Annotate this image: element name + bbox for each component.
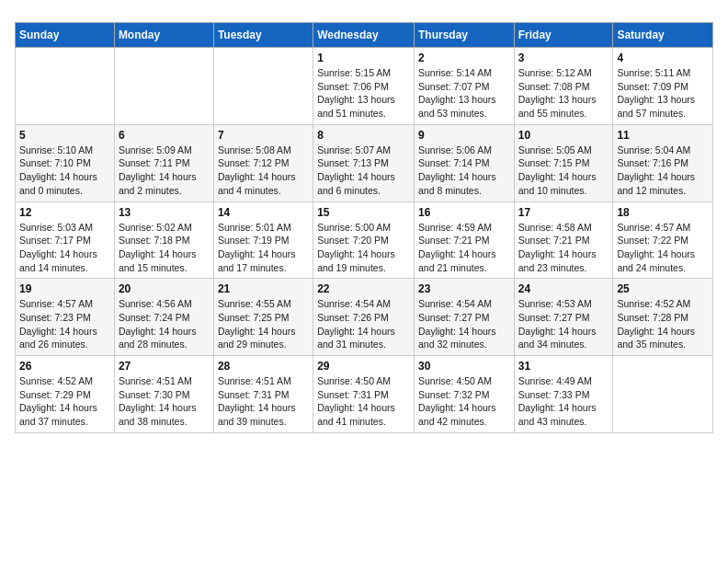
- day-number: 28: [218, 360, 309, 373]
- calendar-cell: 10Sunrise: 5:05 AM Sunset: 7:15 PM Dayli…: [514, 124, 613, 201]
- day-number: 11: [617, 129, 709, 142]
- day-number: 14: [218, 206, 309, 219]
- day-number: 17: [518, 206, 609, 219]
- calendar-cell: 28Sunrise: 4:51 AM Sunset: 7:31 PM Dayli…: [213, 356, 313, 433]
- calendar-cell: 21Sunrise: 4:55 AM Sunset: 7:25 PM Dayli…: [213, 279, 313, 356]
- calendar-cell: 25Sunrise: 4:52 AM Sunset: 7:28 PM Dayli…: [613, 279, 713, 356]
- day-detail: Sunrise: 4:52 AM Sunset: 7:28 PM Dayligh…: [617, 297, 709, 351]
- day-number: 29: [317, 360, 410, 373]
- day-number: 16: [418, 206, 510, 219]
- weekday-header-row: SundayMondayTuesdayWednesdayThursdayFrid…: [16, 23, 713, 48]
- calendar-cell: 16Sunrise: 4:59 AM Sunset: 7:21 PM Dayli…: [414, 201, 514, 279]
- calendar-week-row: 26Sunrise: 4:52 AM Sunset: 7:29 PM Dayli…: [16, 356, 713, 433]
- day-detail: Sunrise: 4:49 AM Sunset: 7:33 PM Dayligh…: [518, 374, 609, 429]
- day-number: 23: [418, 282, 510, 295]
- calendar-cell: [16, 48, 115, 125]
- day-detail: Sunrise: 5:11 AM Sunset: 7:09 PM Dayligh…: [617, 66, 709, 121]
- day-detail: Sunrise: 4:57 AM Sunset: 7:22 PM Dayligh…: [617, 221, 709, 275]
- weekday-header-sunday: Sunday: [16, 23, 115, 48]
- calendar-cell: 6Sunrise: 5:09 AM Sunset: 7:11 PM Daylig…: [114, 124, 213, 201]
- calendar-week-row: 19Sunrise: 4:57 AM Sunset: 7:23 PM Dayli…: [16, 279, 713, 356]
- calendar-cell: 14Sunrise: 5:01 AM Sunset: 7:19 PM Dayli…: [213, 201, 313, 279]
- calendar-cell: 3Sunrise: 5:12 AM Sunset: 7:08 PM Daylig…: [514, 48, 613, 125]
- day-detail: Sunrise: 5:03 AM Sunset: 7:17 PM Dayligh…: [19, 221, 110, 275]
- day-number: 10: [518, 129, 609, 142]
- day-detail: Sunrise: 5:06 AM Sunset: 7:14 PM Dayligh…: [418, 144, 510, 198]
- day-number: 8: [317, 129, 410, 142]
- calendar-cell: 15Sunrise: 5:00 AM Sunset: 7:20 PM Dayli…: [313, 201, 415, 279]
- day-number: 30: [418, 360, 510, 373]
- day-number: 1: [317, 52, 410, 64]
- day-detail: Sunrise: 4:53 AM Sunset: 7:27 PM Dayligh…: [518, 297, 609, 351]
- day-detail: Sunrise: 5:01 AM Sunset: 7:19 PM Dayligh…: [218, 221, 309, 275]
- calendar-cell: 22Sunrise: 4:54 AM Sunset: 7:26 PM Dayli…: [313, 279, 415, 356]
- day-number: 21: [218, 282, 309, 295]
- weekday-header-tuesday: Tuesday: [213, 23, 313, 48]
- calendar-cell: 8Sunrise: 5:07 AM Sunset: 7:13 PM Daylig…: [313, 124, 415, 201]
- day-number: 25: [617, 282, 709, 295]
- day-detail: Sunrise: 4:54 AM Sunset: 7:26 PM Dayligh…: [317, 297, 410, 351]
- weekday-header-thursday: Thursday: [414, 23, 514, 48]
- calendar-week-row: 1Sunrise: 5:15 AM Sunset: 7:06 PM Daylig…: [16, 48, 713, 125]
- calendar-cell: [213, 48, 313, 125]
- day-detail: Sunrise: 4:57 AM Sunset: 7:23 PM Dayligh…: [19, 297, 110, 351]
- day-detail: Sunrise: 5:08 AM Sunset: 7:12 PM Dayligh…: [218, 144, 309, 198]
- day-number: 5: [19, 129, 110, 142]
- day-number: 18: [617, 206, 709, 219]
- calendar-cell: 9Sunrise: 5:06 AM Sunset: 7:14 PM Daylig…: [414, 124, 514, 201]
- calendar-cell: 30Sunrise: 4:50 AM Sunset: 7:32 PM Dayli…: [414, 356, 514, 433]
- calendar-cell: 1Sunrise: 5:15 AM Sunset: 7:06 PM Daylig…: [313, 48, 415, 125]
- day-number: 26: [19, 360, 110, 373]
- weekday-header-monday: Monday: [114, 23, 213, 48]
- weekday-header-saturday: Saturday: [613, 23, 713, 48]
- calendar-cell: 5Sunrise: 5:10 AM Sunset: 7:10 PM Daylig…: [16, 124, 115, 201]
- calendar-cell: 11Sunrise: 5:04 AM Sunset: 7:16 PM Dayli…: [613, 124, 713, 201]
- day-number: 4: [617, 52, 709, 64]
- day-number: 27: [119, 360, 210, 373]
- day-detail: Sunrise: 5:04 AM Sunset: 7:16 PM Dayligh…: [617, 144, 709, 198]
- day-number: 7: [218, 129, 309, 142]
- day-number: 9: [418, 129, 510, 142]
- calendar-cell: [114, 48, 213, 125]
- day-detail: Sunrise: 5:09 AM Sunset: 7:11 PM Dayligh…: [119, 144, 210, 198]
- day-number: 24: [518, 282, 609, 295]
- weekday-header-friday: Friday: [514, 23, 613, 48]
- day-detail: Sunrise: 5:07 AM Sunset: 7:13 PM Dayligh…: [317, 144, 410, 198]
- day-number: 31: [518, 360, 609, 373]
- calendar-cell: 7Sunrise: 5:08 AM Sunset: 7:12 PM Daylig…: [213, 124, 313, 201]
- day-number: 15: [317, 206, 410, 219]
- day-number: 20: [119, 282, 210, 295]
- day-number: 12: [19, 206, 110, 219]
- calendar-cell: 26Sunrise: 4:52 AM Sunset: 7:29 PM Dayli…: [16, 356, 115, 433]
- calendar-cell: 31Sunrise: 4:49 AM Sunset: 7:33 PM Dayli…: [514, 356, 613, 433]
- day-number: 13: [119, 206, 210, 219]
- day-detail: Sunrise: 5:00 AM Sunset: 7:20 PM Dayligh…: [317, 221, 410, 275]
- calendar-table: SundayMondayTuesdayWednesdayThursdayFrid…: [15, 22, 713, 433]
- day-number: 22: [317, 282, 410, 295]
- day-detail: Sunrise: 4:54 AM Sunset: 7:27 PM Dayligh…: [418, 297, 510, 351]
- day-detail: Sunrise: 4:52 AM Sunset: 7:29 PM Dayligh…: [19, 374, 110, 429]
- day-number: 19: [19, 282, 110, 295]
- calendar-cell: [613, 356, 713, 433]
- calendar-cell: 2Sunrise: 5:14 AM Sunset: 7:07 PM Daylig…: [414, 48, 514, 125]
- day-detail: Sunrise: 4:51 AM Sunset: 7:31 PM Dayligh…: [218, 374, 309, 429]
- day-detail: Sunrise: 4:55 AM Sunset: 7:25 PM Dayligh…: [218, 297, 309, 351]
- calendar-cell: 23Sunrise: 4:54 AM Sunset: 7:27 PM Dayli…: [414, 279, 514, 356]
- day-detail: Sunrise: 5:15 AM Sunset: 7:06 PM Dayligh…: [317, 66, 410, 121]
- day-detail: Sunrise: 5:14 AM Sunset: 7:07 PM Dayligh…: [418, 66, 510, 121]
- calendar-week-row: 12Sunrise: 5:03 AM Sunset: 7:17 PM Dayli…: [16, 201, 713, 279]
- calendar-cell: 4Sunrise: 5:11 AM Sunset: 7:09 PM Daylig…: [613, 48, 713, 125]
- day-detail: Sunrise: 4:51 AM Sunset: 7:30 PM Dayligh…: [119, 374, 210, 429]
- calendar-week-row: 5Sunrise: 5:10 AM Sunset: 7:10 PM Daylig…: [16, 124, 713, 201]
- calendar-cell: 19Sunrise: 4:57 AM Sunset: 7:23 PM Dayli…: [16, 279, 115, 356]
- day-detail: Sunrise: 5:02 AM Sunset: 7:18 PM Dayligh…: [119, 221, 210, 275]
- weekday-header-wednesday: Wednesday: [313, 23, 415, 48]
- calendar-cell: 18Sunrise: 4:57 AM Sunset: 7:22 PM Dayli…: [613, 201, 713, 279]
- day-number: 2: [418, 52, 510, 64]
- day-number: 6: [119, 129, 210, 142]
- day-detail: Sunrise: 4:58 AM Sunset: 7:21 PM Dayligh…: [518, 221, 609, 275]
- day-detail: Sunrise: 5:12 AM Sunset: 7:08 PM Dayligh…: [518, 66, 609, 121]
- calendar-cell: 24Sunrise: 4:53 AM Sunset: 7:27 PM Dayli…: [514, 279, 613, 356]
- calendar-cell: 20Sunrise: 4:56 AM Sunset: 7:24 PM Dayli…: [114, 279, 213, 356]
- day-detail: Sunrise: 4:56 AM Sunset: 7:24 PM Dayligh…: [119, 297, 210, 351]
